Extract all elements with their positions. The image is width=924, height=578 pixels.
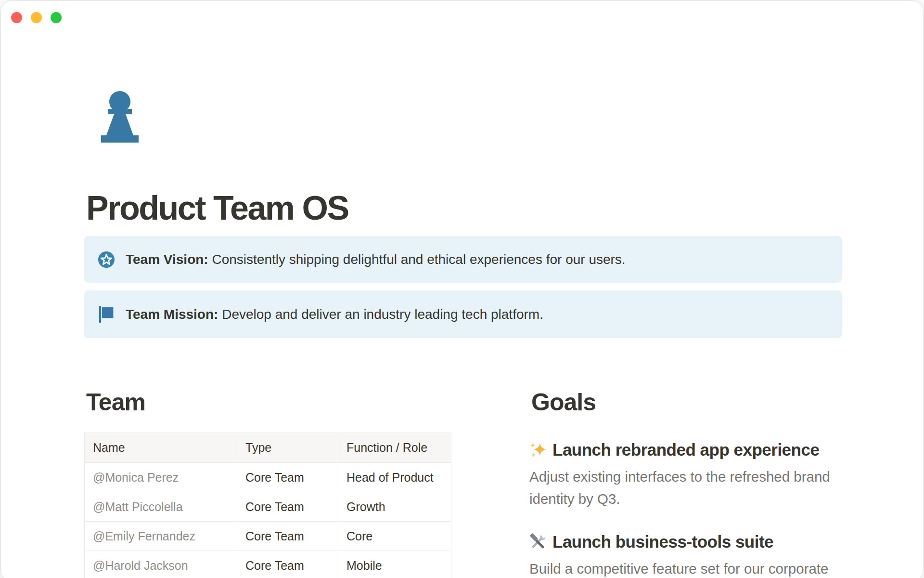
page-title[interactable]: Product Team OS — [86, 191, 842, 225]
close-button[interactable] — [11, 12, 22, 23]
goal-title-business-tools[interactable]: Launch business-tools suite — [529, 531, 842, 552]
mission-text: Team Mission: Develop and deliver an ind… — [126, 305, 543, 324]
sparkles-icon — [529, 441, 547, 459]
goal-item: Launch business-tools suite Build a comp… — [529, 531, 842, 578]
goals-heading[interactable]: Goals — [531, 388, 842, 416]
cell-type[interactable]: Core Team — [237, 492, 338, 522]
vision-label: Team Vision: — [126, 252, 208, 267]
pawn-icon[interactable] — [98, 91, 142, 144]
cell-type[interactable]: Core Team — [237, 551, 338, 578]
vision-callout[interactable]: Team Vision: Consistently shipping delig… — [84, 236, 842, 283]
mission-body: Develop and deliver an industry leading … — [222, 307, 543, 322]
table-row: @Matt Piccolella Core Team Growth — [85, 492, 451, 522]
table-row: @Emily Fernandez Core Team Core — [85, 522, 451, 551]
cell-role[interactable]: Mobile — [338, 551, 451, 578]
table-row: @Harold Jackson Core Team Mobile — [85, 551, 451, 578]
zoom-button[interactable] — [51, 12, 62, 23]
goal-title-rebrand[interactable]: Launch rebranded app experience — [529, 439, 842, 460]
goal-description[interactable]: Build a competitive feature set for our … — [529, 558, 842, 578]
two-column-layout: Team Name Type Function / Role @Monica P… — [84, 388, 842, 578]
cell-name[interactable]: @Monica Perez — [85, 463, 237, 492]
table-row: @Monica Perez Core Team Head of Product — [85, 463, 451, 492]
cell-name[interactable]: @Emily Fernandez — [85, 522, 237, 551]
flag-icon[interactable] — [98, 305, 115, 324]
team-table: Name Type Function / Role @Monica Perez … — [84, 433, 451, 578]
column-header-role[interactable]: Function / Role — [338, 433, 451, 463]
vision-text: Team Vision: Consistently shipping delig… — [126, 250, 626, 269]
star-badge-icon[interactable] — [98, 250, 115, 269]
goals-column: Goals Launch rebranded app experience Ad… — [529, 388, 842, 578]
team-heading[interactable]: Team — [86, 388, 451, 416]
column-header-name[interactable]: Name — [85, 433, 237, 463]
table-header-row: Name Type Function / Role — [85, 433, 451, 463]
team-column: Team Name Type Function / Role @Monica P… — [84, 388, 451, 578]
cell-name[interactable]: @Harold Jackson — [85, 551, 237, 578]
goal-title-text: Launch business-tools suite — [552, 531, 773, 552]
vision-body: Consistently shipping delightful and eth… — [212, 252, 625, 267]
page-content: Product Team OS Team Vision: Consistentl… — [84, 1, 842, 578]
hammer-wrench-icon — [529, 533, 547, 551]
cell-type[interactable]: Core Team — [237, 522, 338, 551]
mission-label: Team Mission: — [126, 307, 218, 322]
cell-name[interactable]: @Matt Piccolella — [85, 492, 237, 522]
app-window: Product Team OS Team Vision: Consistentl… — [0, 0, 924, 578]
goal-title-text: Launch rebranded app experience — [552, 439, 819, 460]
mission-callout[interactable]: Team Mission: Develop and deliver an ind… — [84, 290, 842, 338]
minimize-button[interactable] — [31, 12, 42, 23]
cell-role[interactable]: Core — [338, 522, 451, 551]
column-header-type[interactable]: Type — [237, 433, 338, 463]
cell-role[interactable]: Head of Product — [338, 463, 451, 492]
cell-role[interactable]: Growth — [338, 492, 451, 522]
cell-type[interactable]: Core Team — [237, 463, 338, 492]
goal-description[interactable]: Adjust existing interfaces to the refres… — [529, 466, 842, 510]
window-controls — [11, 12, 62, 23]
goal-item: Launch rebranded app experience Adjust e… — [529, 439, 842, 510]
